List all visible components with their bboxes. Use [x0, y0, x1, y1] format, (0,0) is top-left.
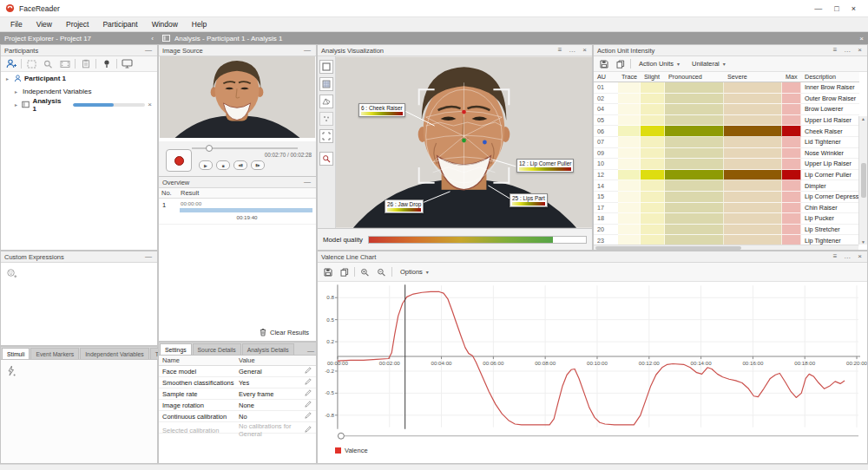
- action-unit-menu-button[interactable]: ≡: [832, 47, 839, 54]
- play-button[interactable]: ▶: [199, 160, 213, 170]
- au-row-20[interactable]: 20Lip Stretcher: [594, 225, 859, 236]
- analysis-window-close-button[interactable]: ×: [859, 35, 864, 42]
- stop-button[interactable]: ■: [216, 160, 230, 170]
- au-row-14[interactable]: 14Dimpler: [594, 180, 859, 192]
- setting-edit[interactable]: [305, 426, 316, 434]
- valence-chart-menu-button[interactable]: ≡: [832, 253, 839, 260]
- settings-row-1[interactable]: Smoothen classificationsYes: [159, 377, 316, 388]
- zoom-out-button[interactable]: [375, 266, 388, 278]
- zoom-view-button[interactable]: [319, 152, 333, 166]
- visualization-more-button[interactable]: …: [567, 47, 577, 54]
- setting-edit[interactable]: [305, 401, 316, 409]
- settings-row-5[interactable]: Selected calibrationNo calibrations for …: [159, 422, 316, 434]
- edit-pencil-icon[interactable]: [305, 367, 312, 374]
- menu-item-window[interactable]: Window: [145, 18, 185, 30]
- unilateral-dropdown[interactable]: Unilateral▾: [687, 59, 730, 69]
- annotation-jaw-drop[interactable]: 26 : Jaw Drop: [385, 199, 424, 213]
- au-row-12[interactable]: 12Lip Corner Puller: [594, 170, 859, 181]
- au-row-09[interactable]: 09Nose Wrinkler: [594, 148, 859, 160]
- crop-view-button[interactable]: [319, 129, 333, 143]
- add-participant-button[interactable]: [4, 58, 17, 70]
- presentation-button[interactable]: [121, 58, 134, 70]
- tree-item-independent-variables[interactable]: ▸ Independent Variables: [1, 85, 157, 98]
- menu-item-project[interactable]: Project: [59, 18, 95, 30]
- au-horizontal-scrollbar[interactable]: [594, 245, 858, 250]
- custom-expressions-minimize-button[interactable]: —: [143, 253, 154, 260]
- annotation-lips-part[interactable]: 25 : Lips Part: [510, 193, 548, 207]
- tab-source-details[interactable]: Source Details: [193, 343, 241, 355]
- expand-arrow-icon[interactable]: ▸: [15, 88, 20, 95]
- edit-pencil-icon[interactable]: [305, 412, 312, 419]
- au-row-18[interactable]: 18Lip Pucker: [594, 213, 859, 225]
- settings-row-0[interactable]: Face modelGeneral: [159, 366, 316, 377]
- tab-analysis-details[interactable]: Analysis Details: [242, 343, 294, 355]
- batch-select-button[interactable]: [25, 58, 38, 70]
- annotation-lip-corner-puller[interactable]: 12 : Lip Corner Puller: [516, 159, 574, 173]
- annotation-cheek-raiser[interactable]: 6 : Cheek Raiser: [358, 103, 405, 117]
- menu-item-participant[interactable]: Participant: [95, 18, 144, 30]
- tab-independent-variables[interactable]: Independent Variables: [80, 348, 149, 359]
- zoom-in-button[interactable]: [358, 266, 372, 278]
- action-unit-more-button[interactable]: …: [842, 47, 852, 54]
- texture-view-button[interactable]: [319, 77, 333, 91]
- au-row-06[interactable]: 06Cheek Raiser: [594, 126, 859, 137]
- analysis-close-button[interactable]: ×: [148, 101, 152, 108]
- edit-pencil-icon[interactable]: [305, 401, 312, 408]
- edit-pencil-icon[interactable]: [305, 389, 312, 396]
- menu-item-help[interactable]: Help: [185, 18, 214, 30]
- seek-slider-handle[interactable]: [206, 145, 213, 152]
- report-button[interactable]: [79, 58, 92, 70]
- tab-settings[interactable]: Settings: [160, 343, 192, 355]
- save-button[interactable]: [321, 266, 334, 278]
- au-vertical-scrollbar[interactable]: ▲ ▼: [858, 116, 867, 245]
- settings-row-2[interactable]: Sample rateEvery frame: [159, 388, 316, 400]
- valence-chart-more-button[interactable]: …: [842, 253, 852, 260]
- settings-row-3[interactable]: Image rotationNone: [159, 400, 316, 411]
- image-source-minimize-button[interactable]: —: [302, 47, 312, 54]
- tab-stimuli[interactable]: Stimuli: [2, 348, 30, 359]
- options-dropdown[interactable]: Options▾: [396, 267, 433, 277]
- tree-item-participant[interactable]: ▸ Participant 1: [1, 72, 157, 85]
- find-participant-button[interactable]: [42, 58, 55, 70]
- copy-button[interactable]: [614, 58, 627, 70]
- settings-row-4[interactable]: Continuous calibrationNo: [159, 411, 316, 422]
- show-frame-button[interactable]: [319, 60, 333, 74]
- au-row-15[interactable]: 15Lip Corner Depressor: [594, 192, 859, 203]
- action-unit-close-button[interactable]: ×: [856, 47, 864, 54]
- clear-results-button[interactable]: Clear Results: [260, 328, 309, 336]
- pin-analysis-button[interactable]: [100, 58, 113, 70]
- scroll-down-icon[interactable]: ▼: [861, 239, 865, 245]
- au-row-02[interactable]: 02Outer Brow Raiser: [594, 94, 859, 105]
- scroll-thumb[interactable]: [861, 163, 866, 198]
- menu-item-view[interactable]: View: [30, 18, 59, 30]
- menu-item-file[interactable]: File: [3, 18, 30, 30]
- setting-edit[interactable]: [305, 378, 316, 387]
- setting-edit[interactable]: [305, 389, 316, 398]
- edit-pencil-icon[interactable]: [305, 426, 312, 433]
- au-row-04[interactable]: 04Brow Lowerer: [594, 104, 859, 115]
- copy-button[interactable]: [338, 266, 351, 278]
- tab-event-markers[interactable]: Event Markers: [30, 348, 79, 359]
- visualization-close-button[interactable]: ×: [581, 47, 589, 54]
- au-row-07[interactable]: 07Lid Tightener: [594, 137, 859, 148]
- step-forward-button[interactable]: ▮▶: [251, 160, 265, 170]
- visualization-menu-button[interactable]: ≡: [556, 47, 564, 54]
- window-maximize-button[interactable]: □: [834, 4, 838, 13]
- chart-scrubber-handle[interactable]: [338, 433, 344, 439]
- scroll-thumb[interactable]: [595, 246, 741, 250]
- step-back-button[interactable]: ◀▮: [233, 160, 247, 170]
- setting-edit[interactable]: [305, 367, 316, 375]
- record-button[interactable]: [166, 149, 192, 172]
- overview-minimize-button[interactable]: —: [302, 179, 312, 186]
- valence-chart-close-button[interactable]: ×: [856, 253, 864, 260]
- au-row-17[interactable]: 17Chin Raiser: [594, 203, 859, 214]
- valence-chart-plot[interactable]: 00:00:0000:02:0000:04:0000:06:0000:08:00…: [318, 282, 867, 443]
- save-button[interactable]: [597, 58, 610, 70]
- participants-minimize-button[interactable]: —: [143, 47, 154, 54]
- expand-arrow-icon[interactable]: ▸: [6, 75, 11, 82]
- overview-result-row[interactable]: 1 00:00:00 00:19:40: [159, 199, 316, 225]
- window-close-button[interactable]: ×: [852, 4, 856, 13]
- details-minimize-button[interactable]: —: [306, 348, 316, 355]
- au-row-10[interactable]: 10Upper Lip Raiser: [594, 159, 859, 170]
- window-minimize-button[interactable]: —: [814, 4, 822, 13]
